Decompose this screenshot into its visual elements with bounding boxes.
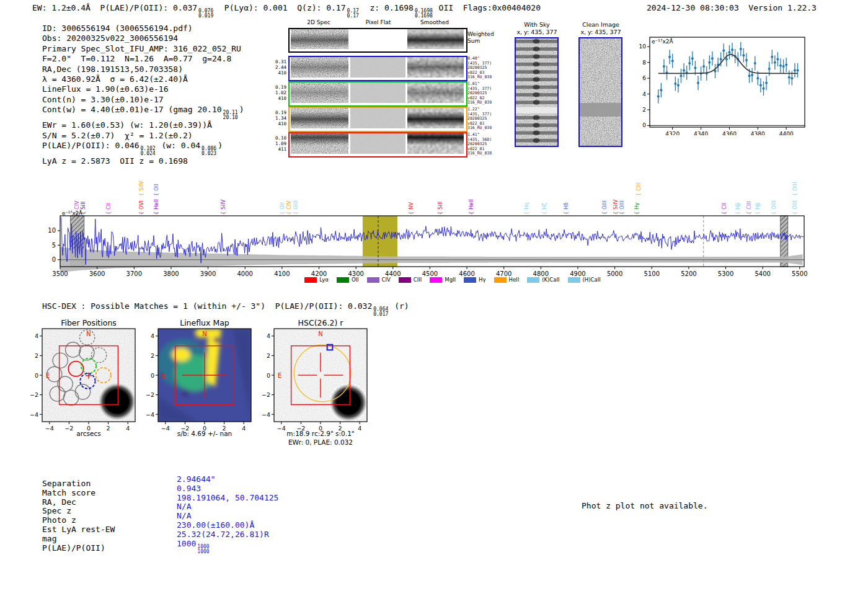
svg-text:4: 4 [35,332,38,339]
catalog-match-header: HSC-DEX : Possible Matches = 1 (within +… [42,301,409,317]
svg-text:3900: 3900 [200,270,216,277]
info-line: Cont(n) = 3.30(±0.10)e-17 [42,95,244,105]
legend-label: (H)CaII [583,277,601,283]
svg-text:2: 2 [35,352,38,359]
match-row-value: N/A [177,512,278,521]
match-row-label: Photo z [42,516,115,525]
stacked-fraction: 0.0640.017 [373,307,388,317]
info-line: Cont(w) = 4.40(±0.01)e-17 (gmag 20.1020.… [42,105,244,120]
hsc-cutout-caption2: EWr: 0, PLAE: 0.032 [262,438,379,446]
legend-swatch [494,277,507,283]
info-line: F=2.0" T=0.112 N=1.26 A=0.77 g=24.8 [42,54,244,64]
hsc-cutout-panel: −4 −4 −2 −2 0 0 2 2 4 4NE [262,326,377,435]
weighted-sum-row [288,28,467,53]
fiber-smoothed-image [407,133,464,154]
compass-east-label: E [278,372,281,379]
detection-info-block: ID: 3006556194 (3006556194.pdf)Obs: 2020… [42,24,244,166]
svg-text:10: 10 [48,227,56,234]
svg-text:10: 10 [639,43,647,50]
lineflux-map-caption: s/b: 4.69 +/- nan [146,430,264,437]
fiber-row-weights: 0.191.02410 [273,84,286,101]
fraction-lower: 20.10 [223,115,238,120]
match-row-label: P(LAE)/P(OII) [42,544,115,553]
flux-units-label: e⁻¹⁷x2Å [652,38,674,45]
svg-text:−2: −2 [30,391,38,398]
bright-source-blob [99,383,136,420]
legend-swatch [430,277,442,283]
spec2d-fiber-row [288,132,467,158]
fiber-row-annotation: 1.01"(435, 377)20200325v022_02316_RU_039 [467,82,492,105]
legend-swatch [568,277,580,283]
info-line: Primary Spec_Slot_IFU_AMP: 316_022_052_R… [42,44,244,54]
fiber-row-weights: 0.312.44410 [273,59,286,76]
legend-item: HeII [494,277,520,283]
svg-text:5200: 5200 [681,270,696,277]
info-line: P(LAE)/P(OII): 0.0460.1020.024 (w: 0.040… [42,141,244,156]
stacked-fraction: 0.170.17 [347,9,359,19]
stacked-fraction: 10001000 [197,544,209,554]
svg-text:4320: 4320 [665,131,680,135]
fiber-2d-spec-image [291,133,348,154]
svg-text:−2: −2 [262,391,270,398]
gaussian-fit-curve [658,55,798,74]
weighted-2d-spec-image [291,29,348,49]
match-row-label: Est LyA rest-EW [42,525,115,535]
stacked-fraction: 20.1120.10 [223,110,238,120]
svg-text:0: 0 [35,372,38,379]
fiber-row-annotation: 0.40"(435, 377)20200325v022_03316_RU_039 [467,56,492,80]
fiber-row-weights: 0.101.09411 [273,135,286,152]
fiber-smoothed-image [407,108,464,128]
compass-north-label: N [202,331,206,337]
col-title-2d-spec: 2D Spec [288,19,350,25]
svg-text:0: 0 [267,372,270,379]
stacked-fraction: 0.0860.023 [202,146,216,156]
info-line: Obs: 20200325v022_3006556194 [42,33,244,43]
with-sky-title: With Skyx, y: 435, 377 [506,21,568,36]
elixer-report-page: { "header": { "left_segments": ["EW: 1.2… [0,0,868,591]
svg-text:0: 0 [52,256,56,263]
with-sky-image [515,37,559,147]
legend-swatch [399,277,411,283]
info-line: EWr = 1.60(±0.53) (w: 1.20(±0.39))Å [42,120,244,130]
emission-line-label: { OIII [792,182,798,196]
svg-text:2: 2 [267,352,270,359]
legend-label: CIII [414,277,422,283]
svg-text:4400: 4400 [779,131,794,135]
svg-text:8: 8 [642,60,646,66]
legend-item: CIII [399,277,422,283]
svg-text:5400: 5400 [755,270,770,277]
fiber-smoothed-image [407,82,464,103]
lineflux-map-image: −4 −4 −2 −2 0 0 2 2 4 4NE [146,326,261,433]
svg-text:−4: −4 [262,411,270,418]
hsc-r-image: −4 −4 −2 −2 0 0 2 2 4 4NE [262,326,377,433]
match-row-value: 100010001000 [177,540,278,554]
stacked-fraction: 0.0760.019 [198,9,213,19]
legend-item: Lyα [304,277,329,283]
svg-text:6: 6 [642,75,646,81]
legend-item: Hγ [464,277,485,283]
legend-label: Hγ [479,277,485,283]
bright-source-blob [330,384,367,421]
emission-line-label: { OII [154,184,159,196]
full-spectrum-plot: 3500360037003800390040004100420043004400… [37,210,831,285]
info-line: λ = 4360.92Å σ = 6.42(±2.40)Å [42,74,244,84]
match-row-label: RA, Dec [42,498,115,507]
legend-label: MgII [445,277,456,283]
legend-item: OII [337,277,359,283]
photz-note: Phot z plot not available. [582,501,708,511]
compass-east-label: E [162,372,166,379]
info-line: S/N = 5.2(±0.7) χ² = 1.2(±0.2) [42,131,244,141]
svg-text:0: 0 [151,372,154,379]
legend-swatch [527,277,539,283]
svg-text:4: 4 [642,91,646,97]
lineflux-map-panel: −4 −4 −2 −2 0 0 2 2 4 4NE [146,326,261,435]
fiber-row-weights: 0.191.34410 [273,110,286,127]
spec2d-fiber-row [288,56,467,81]
fiber-2d-spec-image [291,82,348,103]
fiber-2d-spec-image [291,57,348,78]
match-row-value: 0.943 [177,484,278,494]
fiber-row-annotation: 1.22"(435, 377)20200325v022_01316_RU_039 [467,107,492,131]
line-color-legend: LyαOIICIVCIIIMgIIHγHeII(K)CaII(H)CaII [248,277,657,283]
fraction-lower: 0.17 [347,14,359,19]
svg-text:3700: 3700 [126,270,142,277]
